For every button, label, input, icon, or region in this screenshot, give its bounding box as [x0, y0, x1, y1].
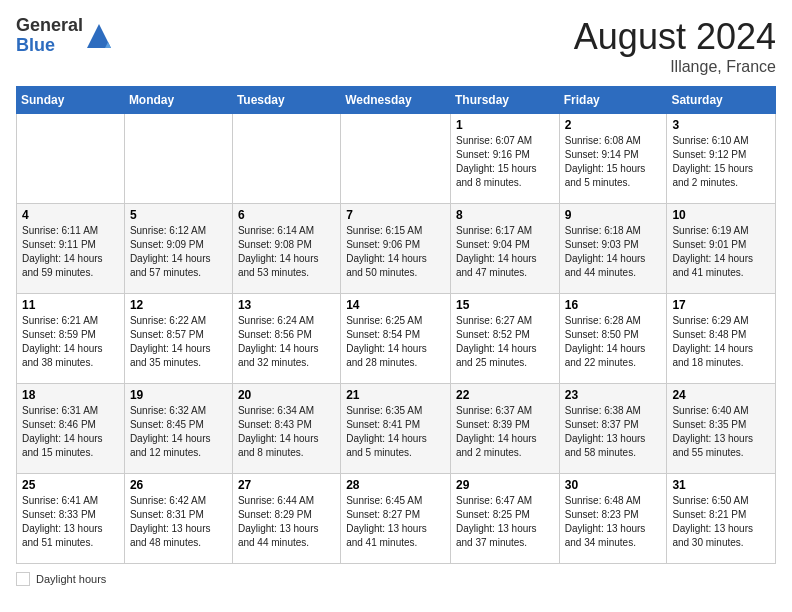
calendar-col-header: Friday	[559, 87, 667, 114]
day-number: 24	[672, 388, 770, 402]
day-number: 2	[565, 118, 662, 132]
calendar-cell: 28Sunrise: 6:45 AM Sunset: 8:27 PM Dayli…	[341, 474, 451, 564]
day-info: Sunrise: 6:27 AM Sunset: 8:52 PM Dayligh…	[456, 314, 554, 370]
calendar-cell: 21Sunrise: 6:35 AM Sunset: 8:41 PM Dayli…	[341, 384, 451, 474]
calendar-cell: 8Sunrise: 6:17 AM Sunset: 9:04 PM Daylig…	[450, 204, 559, 294]
calendar-cell: 5Sunrise: 6:12 AM Sunset: 9:09 PM Daylig…	[124, 204, 232, 294]
day-number: 16	[565, 298, 662, 312]
day-info: Sunrise: 6:40 AM Sunset: 8:35 PM Dayligh…	[672, 404, 770, 460]
day-number: 15	[456, 298, 554, 312]
day-info: Sunrise: 6:11 AM Sunset: 9:11 PM Dayligh…	[22, 224, 119, 280]
calendar-cell: 31Sunrise: 6:50 AM Sunset: 8:21 PM Dayli…	[667, 474, 776, 564]
calendar-cell: 1Sunrise: 6:07 AM Sunset: 9:16 PM Daylig…	[450, 114, 559, 204]
calendar-cell	[341, 114, 451, 204]
logo: General Blue	[16, 16, 113, 56]
day-info: Sunrise: 6:10 AM Sunset: 9:12 PM Dayligh…	[672, 134, 770, 190]
calendar-cell: 29Sunrise: 6:47 AM Sunset: 8:25 PM Dayli…	[450, 474, 559, 564]
day-number: 22	[456, 388, 554, 402]
day-number: 3	[672, 118, 770, 132]
day-number: 31	[672, 478, 770, 492]
calendar-week-row: 11Sunrise: 6:21 AM Sunset: 8:59 PM Dayli…	[17, 294, 776, 384]
calendar-cell: 20Sunrise: 6:34 AM Sunset: 8:43 PM Dayli…	[232, 384, 340, 474]
calendar-cell: 26Sunrise: 6:42 AM Sunset: 8:31 PM Dayli…	[124, 474, 232, 564]
day-info: Sunrise: 6:35 AM Sunset: 8:41 PM Dayligh…	[346, 404, 445, 460]
calendar-cell: 25Sunrise: 6:41 AM Sunset: 8:33 PM Dayli…	[17, 474, 125, 564]
day-info: Sunrise: 6:32 AM Sunset: 8:45 PM Dayligh…	[130, 404, 227, 460]
day-number: 21	[346, 388, 445, 402]
calendar-cell: 12Sunrise: 6:22 AM Sunset: 8:57 PM Dayli…	[124, 294, 232, 384]
page-header: General Blue August 2024 Illange, France	[16, 16, 776, 76]
calendar-cell: 14Sunrise: 6:25 AM Sunset: 8:54 PM Dayli…	[341, 294, 451, 384]
day-number: 18	[22, 388, 119, 402]
day-number: 26	[130, 478, 227, 492]
day-number: 30	[565, 478, 662, 492]
day-number: 8	[456, 208, 554, 222]
day-info: Sunrise: 6:08 AM Sunset: 9:14 PM Dayligh…	[565, 134, 662, 190]
day-info: Sunrise: 6:42 AM Sunset: 8:31 PM Dayligh…	[130, 494, 227, 550]
calendar-col-header: Sunday	[17, 87, 125, 114]
calendar-week-row: 1Sunrise: 6:07 AM Sunset: 9:16 PM Daylig…	[17, 114, 776, 204]
calendar-cell: 22Sunrise: 6:37 AM Sunset: 8:39 PM Dayli…	[450, 384, 559, 474]
logo-triangle-icon	[85, 22, 113, 50]
day-info: Sunrise: 6:29 AM Sunset: 8:48 PM Dayligh…	[672, 314, 770, 370]
day-number: 13	[238, 298, 335, 312]
calendar-cell: 27Sunrise: 6:44 AM Sunset: 8:29 PM Dayli…	[232, 474, 340, 564]
month-year-title: August 2024	[574, 16, 776, 58]
calendar-week-row: 25Sunrise: 6:41 AM Sunset: 8:33 PM Dayli…	[17, 474, 776, 564]
day-info: Sunrise: 6:37 AM Sunset: 8:39 PM Dayligh…	[456, 404, 554, 460]
day-info: Sunrise: 6:19 AM Sunset: 9:01 PM Dayligh…	[672, 224, 770, 280]
day-number: 10	[672, 208, 770, 222]
day-number: 9	[565, 208, 662, 222]
calendar-cell: 13Sunrise: 6:24 AM Sunset: 8:56 PM Dayli…	[232, 294, 340, 384]
day-number: 19	[130, 388, 227, 402]
calendar-cell: 19Sunrise: 6:32 AM Sunset: 8:45 PM Dayli…	[124, 384, 232, 474]
day-info: Sunrise: 6:14 AM Sunset: 9:08 PM Dayligh…	[238, 224, 335, 280]
calendar-table: SundayMondayTuesdayWednesdayThursdayFrid…	[16, 86, 776, 564]
day-number: 11	[22, 298, 119, 312]
calendar-cell: 24Sunrise: 6:40 AM Sunset: 8:35 PM Dayli…	[667, 384, 776, 474]
title-section: August 2024 Illange, France	[574, 16, 776, 76]
day-info: Sunrise: 6:48 AM Sunset: 8:23 PM Dayligh…	[565, 494, 662, 550]
day-info: Sunrise: 6:50 AM Sunset: 8:21 PM Dayligh…	[672, 494, 770, 550]
day-info: Sunrise: 6:41 AM Sunset: 8:33 PM Dayligh…	[22, 494, 119, 550]
day-info: Sunrise: 6:31 AM Sunset: 8:46 PM Dayligh…	[22, 404, 119, 460]
day-number: 27	[238, 478, 335, 492]
calendar-cell	[232, 114, 340, 204]
calendar-cell: 11Sunrise: 6:21 AM Sunset: 8:59 PM Dayli…	[17, 294, 125, 384]
day-info: Sunrise: 6:44 AM Sunset: 8:29 PM Dayligh…	[238, 494, 335, 550]
daylight-box-icon	[16, 572, 30, 586]
day-number: 14	[346, 298, 445, 312]
day-info: Sunrise: 6:28 AM Sunset: 8:50 PM Dayligh…	[565, 314, 662, 370]
daylight-label: Daylight hours	[36, 573, 106, 585]
calendar-col-header: Thursday	[450, 87, 559, 114]
calendar-header-row: SundayMondayTuesdayWednesdayThursdayFrid…	[17, 87, 776, 114]
calendar-cell: 7Sunrise: 6:15 AM Sunset: 9:06 PM Daylig…	[341, 204, 451, 294]
day-number: 1	[456, 118, 554, 132]
calendar-col-header: Saturday	[667, 87, 776, 114]
calendar-week-row: 18Sunrise: 6:31 AM Sunset: 8:46 PM Dayli…	[17, 384, 776, 474]
calendar-cell	[17, 114, 125, 204]
day-info: Sunrise: 6:45 AM Sunset: 8:27 PM Dayligh…	[346, 494, 445, 550]
calendar-cell: 4Sunrise: 6:11 AM Sunset: 9:11 PM Daylig…	[17, 204, 125, 294]
day-info: Sunrise: 6:25 AM Sunset: 8:54 PM Dayligh…	[346, 314, 445, 370]
day-number: 20	[238, 388, 335, 402]
calendar-cell	[124, 114, 232, 204]
calendar-cell: 10Sunrise: 6:19 AM Sunset: 9:01 PM Dayli…	[667, 204, 776, 294]
day-info: Sunrise: 6:12 AM Sunset: 9:09 PM Dayligh…	[130, 224, 227, 280]
calendar-cell: 23Sunrise: 6:38 AM Sunset: 8:37 PM Dayli…	[559, 384, 667, 474]
day-number: 17	[672, 298, 770, 312]
day-info: Sunrise: 6:38 AM Sunset: 8:37 PM Dayligh…	[565, 404, 662, 460]
day-number: 5	[130, 208, 227, 222]
day-info: Sunrise: 6:15 AM Sunset: 9:06 PM Dayligh…	[346, 224, 445, 280]
calendar-cell: 15Sunrise: 6:27 AM Sunset: 8:52 PM Dayli…	[450, 294, 559, 384]
day-info: Sunrise: 6:07 AM Sunset: 9:16 PM Dayligh…	[456, 134, 554, 190]
calendar-footer: Daylight hours	[16, 572, 776, 586]
calendar-col-header: Wednesday	[341, 87, 451, 114]
calendar-col-header: Tuesday	[232, 87, 340, 114]
day-info: Sunrise: 6:22 AM Sunset: 8:57 PM Dayligh…	[130, 314, 227, 370]
calendar-cell: 3Sunrise: 6:10 AM Sunset: 9:12 PM Daylig…	[667, 114, 776, 204]
day-number: 6	[238, 208, 335, 222]
day-info: Sunrise: 6:47 AM Sunset: 8:25 PM Dayligh…	[456, 494, 554, 550]
day-number: 4	[22, 208, 119, 222]
calendar-cell: 9Sunrise: 6:18 AM Sunset: 9:03 PM Daylig…	[559, 204, 667, 294]
